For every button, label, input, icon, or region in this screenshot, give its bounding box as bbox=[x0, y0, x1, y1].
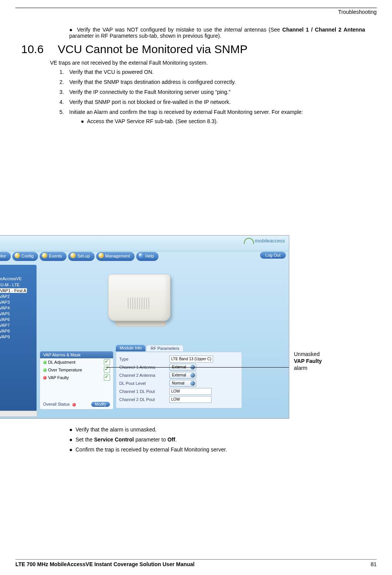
logo: mobileaccess bbox=[244, 238, 285, 244]
modify-button[interactable]: Modify bbox=[91, 402, 110, 407]
alarms-panel: VAP Alarms & Mask DL Adjustment Over Tem… bbox=[40, 351, 113, 410]
alarm-row: VAP Faulty bbox=[40, 374, 113, 381]
main-menu: Monitor Config Events Set-up Management … bbox=[0, 252, 287, 261]
alarm-row: Over Temperature bbox=[40, 366, 113, 374]
header-section-title: Troubleshooting bbox=[15, 9, 377, 15]
logout-button[interactable]: Log Out bbox=[260, 252, 286, 259]
callout-leader-line bbox=[106, 367, 289, 368]
ch1-dl-pout-field: LOW bbox=[169, 388, 212, 395]
menu-setup[interactable]: Set-up bbox=[68, 252, 94, 261]
intro-bullet: ●Verify the VAP was NOT configured by mi… bbox=[69, 27, 365, 39]
device-image bbox=[108, 274, 173, 332]
alarm-mask-checkbox[interactable] bbox=[104, 374, 110, 381]
alarm-mask-checkbox[interactable] bbox=[104, 367, 110, 373]
callout-label: Unmasked VAP Faulty alarm bbox=[294, 351, 340, 372]
screenshot-figure: mobileaccess Monitor Config Events Set-u… bbox=[0, 235, 289, 419]
menu-config[interactable]: Config bbox=[12, 252, 38, 261]
device-tree[interactable]: MobileAccessVE VCU-M - LTE VAP1 - First … bbox=[0, 265, 37, 415]
step-item: Verify that the VCU is powered ON. bbox=[65, 69, 365, 75]
tab-rf-parameters[interactable]: RF Parameters bbox=[146, 345, 183, 351]
menu-help[interactable]: Help bbox=[136, 252, 159, 261]
footer-page-number: 81 bbox=[370, 561, 377, 567]
tree-scrollbar[interactable] bbox=[0, 411, 37, 417]
lead-paragraph: VE traps are not received by the externa… bbox=[50, 60, 365, 66]
menu-management[interactable]: Management bbox=[96, 252, 135, 261]
alarms-panel-title: VAP Alarms & Mask bbox=[40, 351, 113, 358]
ch2-dl-pout-field: LOW bbox=[169, 396, 212, 403]
steps-list: Verify that the VCU is powered ON. Verif… bbox=[50, 69, 365, 124]
tab-module-info[interactable]: Module Info bbox=[116, 345, 145, 351]
rf-parameters-panel: TypeLTE Band 13 (Upper C) Channel 1 Ante… bbox=[116, 352, 242, 408]
step-item: Verify that SNMP port is not blocked or … bbox=[65, 99, 365, 105]
step-item: Verify that the SNMP traps destination a… bbox=[65, 79, 365, 85]
ch2-antenna-dropdown[interactable]: External bbox=[169, 372, 196, 379]
menu-monitor[interactable]: Monitor bbox=[0, 252, 11, 261]
step-item: Verify the IP connectivity to the Fault … bbox=[65, 89, 365, 95]
alarm-row: DL Adjustment bbox=[40, 358, 113, 366]
alarm-mask-checkbox[interactable] bbox=[104, 359, 110, 365]
menu-events[interactable]: Events bbox=[40, 252, 67, 261]
step-item: Initiate an Alarm and confirm the trap i… bbox=[65, 109, 365, 124]
dl-pout-level-dropdown[interactable]: Normal bbox=[169, 380, 196, 387]
post-figure-bullets: ● Verify that the alarm is unmasked. ● S… bbox=[69, 426, 365, 453]
rf-type-field: LTE Band 13 (Upper C) bbox=[169, 356, 213, 363]
section-heading: 10.6VCU Cannot be Monitored via SNMP bbox=[21, 43, 365, 56]
footer-manual-title: LTE 700 MHz MobileAccessVE Instant Cover… bbox=[15, 561, 195, 567]
